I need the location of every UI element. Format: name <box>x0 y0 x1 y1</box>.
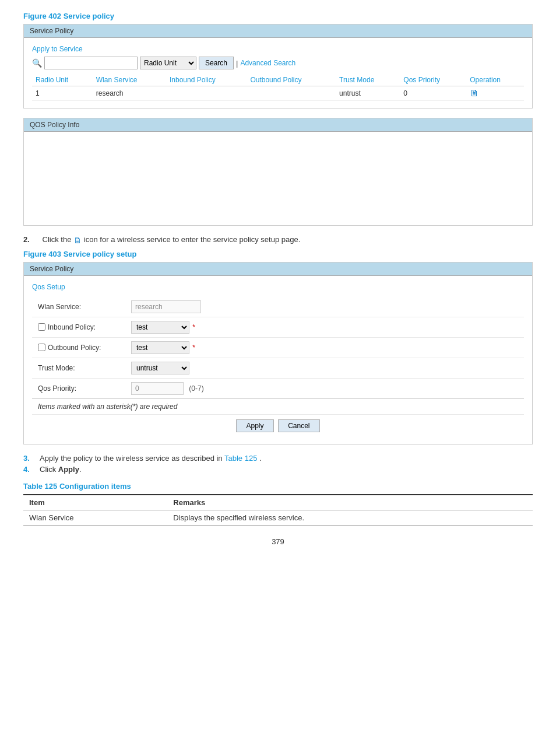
step4-apply-bold: Apply <box>58 465 79 474</box>
config-table-row: Wlan Service Displays the specified wire… <box>23 510 533 525</box>
trust-mode-row: Trust Mode: untrust trust <box>32 358 524 378</box>
search-row: 🔍 Radio Unit Wlan Service Search | Advan… <box>32 57 524 69</box>
outbound-policy-checkbox[interactable] <box>38 344 45 351</box>
cell-qos-priority: 0 <box>400 86 466 101</box>
outbound-policy-select[interactable]: test <box>131 341 189 354</box>
wlan-service-label: Wlan Service: <box>32 297 125 317</box>
figure403-panel-header: Service Policy <box>24 262 532 276</box>
edit-icon[interactable]: 🗎 <box>470 88 479 98</box>
step4: 4. Click Apply. <box>23 465 533 474</box>
outbound-policy-label-text: Outbound Policy: <box>48 344 101 352</box>
required-note-row: Items marked with an asterisk(*) are req… <box>32 398 524 414</box>
table125-link[interactable]: Table 125 <box>224 454 257 463</box>
outbound-policy-row: Outbound Policy: test * <box>32 337 524 358</box>
step3-number: 3. <box>23 454 34 463</box>
inbound-policy-label-text: Inbound Policy: <box>48 323 96 331</box>
figure403-title: Figure 403 Service policy setup <box>23 250 533 258</box>
config-table-header-row: Item Remarks <box>23 495 533 510</box>
cell-trust-mode: untrust <box>336 86 400 101</box>
outbound-policy-field: test * <box>125 337 524 358</box>
qos-priority-row: Qos Priority: (0-7) <box>32 378 524 398</box>
col-operation: Operation <box>466 74 524 86</box>
config-cell-remarks: Displays the specified wireless service. <box>167 510 533 525</box>
cancel-button[interactable]: Cancel <box>278 419 319 432</box>
cell-outbound-policy <box>247 86 336 101</box>
cell-wlan-service: research <box>93 86 166 101</box>
page-number: 379 <box>23 537 533 546</box>
outbound-required-mark: * <box>192 344 195 352</box>
inbound-policy-row: Inbound Policy: test * <box>32 317 524 337</box>
service-policy-table: Radio Unit Wlan Service Inbound Policy O… <box>32 74 524 101</box>
table-header-row: Radio Unit Wlan Service Inbound Policy O… <box>32 74 524 86</box>
inbound-policy-field: test * <box>125 317 524 337</box>
qos-priority-field: (0-7) <box>125 378 524 398</box>
table-row: 1 research untrust 0 🗎 <box>32 86 524 101</box>
figure402-panel: Service Policy Apply to Service 🔍 Radio … <box>23 24 533 108</box>
outbound-policy-checkbox-label: Outbound Policy: <box>38 344 119 352</box>
wlan-service-input <box>131 300 201 313</box>
search-input[interactable] <box>44 57 138 69</box>
cell-radio-unit: 1 <box>32 86 93 101</box>
figure402-panel-header: Service Policy <box>24 24 532 38</box>
trust-mode-select[interactable]: untrust trust <box>131 362 189 374</box>
search-magnifier-icon: 🔍 <box>32 58 42 68</box>
inbound-policy-checkbox[interactable] <box>38 323 45 331</box>
step4-number: 4. <box>23 465 34 474</box>
config-table: Item Remarks Wlan Service Displays the s… <box>23 494 533 526</box>
steps-section: 3. Apply the policy to the wireless serv… <box>23 454 533 474</box>
inbound-policy-select[interactable]: test <box>131 321 189 334</box>
cell-operation: 🗎 <box>466 86 524 101</box>
wlan-service-row: Wlan Service: <box>32 297 524 317</box>
config-col-item: Item <box>23 495 167 510</box>
qos-priority-hint: (0-7) <box>189 384 203 393</box>
config-col-remarks: Remarks <box>167 495 533 510</box>
trust-mode-label: Trust Mode: <box>32 358 125 378</box>
required-note: Items marked with an asterisk(*) are req… <box>32 398 524 414</box>
step2-inline-icon: 🗎 <box>73 236 84 245</box>
search-button[interactable]: Search <box>199 57 234 69</box>
inbound-policy-label-cell: Inbound Policy: <box>32 317 125 337</box>
qos-panel: QOS Policy Info <box>23 118 533 226</box>
col-wlan-service: Wlan Service <box>93 74 166 86</box>
separator: | <box>236 59 238 68</box>
apply-button[interactable]: Apply <box>236 419 273 432</box>
form-button-row: Apply Cancel <box>32 415 524 437</box>
outbound-policy-label-cell: Outbound Policy: <box>32 337 125 358</box>
qos-setup-form: Wlan Service: Inbound Policy: te <box>32 297 524 415</box>
qos-panel-header: QOS Policy Info <box>24 118 532 132</box>
figure402-title: Figure 402 Service policy <box>23 12 533 20</box>
trust-mode-field: untrust trust <box>125 358 524 378</box>
table125-title: Table 125 Configuration items <box>23 482 533 491</box>
search-dropdown[interactable]: Radio Unit Wlan Service <box>140 57 196 69</box>
inbound-required-mark: * <box>192 323 195 331</box>
advanced-search-link[interactable]: Advanced Search <box>240 59 295 67</box>
wlan-service-field <box>125 297 524 317</box>
col-qos-priority: Qos Priority <box>400 74 466 86</box>
step2-number: 2. <box>23 235 30 244</box>
col-outbound-policy: Outbound Policy <box>247 74 336 86</box>
col-trust-mode: Trust Mode <box>336 74 400 86</box>
step3: 3. Apply the policy to the wireless serv… <box>23 454 533 463</box>
qos-priority-label: Qos Priority: <box>32 378 125 398</box>
figure403-panel: Service Policy Qos Setup Wlan Service: I… <box>23 262 533 444</box>
step2-text: 2. Click the 🗎 icon for a wireless servi… <box>23 235 533 245</box>
col-inbound-policy: Inbound Policy <box>166 74 247 86</box>
col-radio-unit: Radio Unit <box>32 74 93 86</box>
config-cell-item: Wlan Service <box>23 510 167 525</box>
qos-priority-input[interactable] <box>131 382 184 395</box>
inbound-policy-checkbox-label: Inbound Policy: <box>38 323 119 331</box>
cell-inbound-policy <box>166 86 247 101</box>
qos-panel-body <box>24 132 532 225</box>
apply-to-service-label: Apply to Service <box>32 45 524 53</box>
qos-setup-label: Qos Setup <box>32 283 524 291</box>
